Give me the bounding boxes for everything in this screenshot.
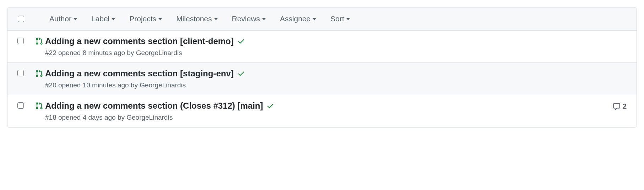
pr-icon-col [35, 101, 45, 111]
caret-down-icon [313, 18, 316, 20]
pr-row: Adding a new comments section [staging-e… [7, 63, 637, 95]
pr-row: Adding a new comments section (Closes #3… [7, 95, 637, 127]
filter-label-label: Label [91, 15, 109, 23]
filter-assignee-label: Assignee [280, 15, 310, 23]
pr-title-line: Adding a new comments section [staging-e… [45, 69, 627, 78]
filter-milestones-label: Milestones [176, 15, 212, 23]
filter-reviews-label: Reviews [232, 15, 260, 23]
select-all-container [17, 15, 25, 22]
caret-down-icon [346, 18, 350, 20]
filter-milestones[interactable]: Milestones [176, 15, 217, 23]
comment-icon [613, 103, 621, 110]
caret-down-icon [112, 18, 115, 20]
filter-reviews[interactable]: Reviews [232, 15, 266, 23]
pr-content: Adding a new comments section (Closes #3… [45, 101, 613, 121]
filter-label[interactable]: Label [91, 15, 115, 23]
pr-meta: #18 opened 4 days ago by GeorgeLinardis [45, 114, 613, 121]
git-pull-request-icon [35, 70, 43, 77]
filter-assignee[interactable]: Assignee [280, 15, 316, 23]
row-checkbox-col [17, 69, 25, 76]
caret-down-icon [214, 18, 218, 20]
row-checkbox-col [17, 101, 25, 109]
select-all-checkbox[interactable] [18, 16, 24, 22]
comment-count: 2 [623, 102, 627, 110]
git-pull-request-icon [35, 102, 43, 110]
list-header: Author Label Projects Milestones Reviews… [7, 7, 637, 31]
pr-title[interactable]: Adding a new comments section [client-de… [45, 36, 234, 46]
caret-down-icon [158, 18, 162, 20]
row-checkbox[interactable] [17, 38, 24, 44]
filter-projects[interactable]: Projects [129, 15, 162, 23]
row-checkbox-col [17, 36, 25, 44]
pr-icon-col [35, 69, 45, 79]
check-icon[interactable] [266, 102, 274, 110]
pr-title[interactable]: Adding a new comments section (Closes #3… [45, 101, 263, 111]
pr-title-line: Adding a new comments section [client-de… [45, 36, 627, 46]
pr-title-line: Adding a new comments section (Closes #3… [45, 101, 613, 111]
filter-author[interactable]: Author [49, 15, 77, 23]
caret-down-icon [74, 18, 77, 20]
pr-title[interactable]: Adding a new comments section [staging-e… [45, 69, 234, 78]
git-pull-request-icon [35, 37, 43, 45]
pr-content: Adding a new comments section [staging-e… [45, 69, 627, 89]
row-checkbox[interactable] [17, 70, 24, 76]
check-icon[interactable] [237, 70, 245, 77]
pr-row: Adding a new comments section [client-de… [7, 31, 637, 63]
filter-sort-label: Sort [330, 15, 344, 23]
comments-link[interactable]: 2 [613, 101, 627, 110]
pr-meta: #20 opened 10 minutes ago by GeorgeLinar… [45, 81, 627, 89]
pr-list-container: Author Label Projects Milestones Reviews… [7, 7, 637, 127]
filter-projects-label: Projects [129, 15, 156, 23]
check-icon[interactable] [237, 37, 245, 45]
row-checkbox[interactable] [17, 102, 24, 109]
filter-author-label: Author [49, 15, 71, 23]
filter-sort[interactable]: Sort [330, 15, 350, 23]
pr-meta: #22 opened 8 minutes ago by GeorgeLinard… [45, 49, 627, 57]
pr-content: Adding a new comments section [client-de… [45, 36, 627, 57]
pr-icon-col [35, 36, 45, 47]
caret-down-icon [262, 18, 266, 20]
